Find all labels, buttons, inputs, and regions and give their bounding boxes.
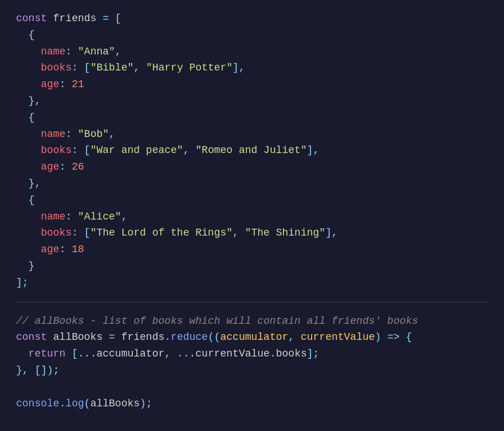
console-keyword: console xyxy=(16,395,60,412)
str-bible: "Bible" xyxy=(90,60,134,76)
prop-name: name xyxy=(41,44,65,60)
str-harry-potter: "Harry Potter" xyxy=(146,60,233,76)
code-line: age: 18 xyxy=(16,241,488,258)
code-line: }, []); xyxy=(16,362,488,379)
code-line: books: ["The Lord of the Rings", "The Sh… xyxy=(16,225,488,241)
code-line: name: "Anna", xyxy=(16,44,488,60)
code-line: ]; xyxy=(16,275,488,291)
code-line: age: 26 xyxy=(16,159,488,175)
str-anna: "Anna" xyxy=(78,44,115,60)
empty-line xyxy=(16,379,488,395)
code-block-friends: const friends = [ { name: "Anna", books:… xyxy=(16,10,488,291)
code-line: return [...accumulator, ...currentValue.… xyxy=(16,346,488,362)
code-line: { xyxy=(16,27,488,44)
code-editor: const friends = [ { name: "Anna", books:… xyxy=(0,0,504,431)
code-line: name: "Alice", xyxy=(16,209,488,225)
section-divider xyxy=(16,301,488,303)
code-line: books: ["Bible", "Harry Potter"], xyxy=(16,60,488,76)
num-26: 26 xyxy=(72,159,84,175)
code-line: { xyxy=(16,192,488,209)
code-line: age: 21 xyxy=(16,76,488,93)
punct-brace: { xyxy=(16,27,34,44)
var-friends: friends xyxy=(53,10,103,27)
code-line: console.log(allBooks); xyxy=(16,395,488,412)
num-18: 18 xyxy=(72,241,84,258)
str-lotr: "The Lord of the Rings" xyxy=(90,225,233,241)
prop-age: age xyxy=(41,76,59,93)
code-line: }, xyxy=(16,93,488,109)
code-line: { xyxy=(16,109,488,126)
indent xyxy=(16,44,41,60)
code-line: const friends = [ xyxy=(16,10,488,27)
code-block-allbooks: // allBooks - list of books which will c… xyxy=(16,313,488,379)
str-bob: "Bob" xyxy=(78,126,109,143)
code-line-comment: // allBooks - list of books which will c… xyxy=(16,313,488,330)
method-reduce: reduce xyxy=(171,329,208,346)
str-war-peace: "War and peace" xyxy=(90,142,183,159)
keyword-const: const xyxy=(16,10,53,27)
comment-allbooks: // allBooks - list of books which will c… xyxy=(16,313,418,330)
punct-assign: = [ xyxy=(103,10,121,27)
code-line: }, xyxy=(16,175,488,192)
num-21: 21 xyxy=(72,76,84,93)
param-accumulator: accumulator xyxy=(220,329,289,346)
param-currentvalue: currentValue xyxy=(301,329,375,346)
str-shining: "The Shining" xyxy=(245,225,325,241)
method-log: log xyxy=(65,395,84,412)
code-line: } xyxy=(16,258,488,275)
str-alice: "Alice" xyxy=(78,209,121,225)
code-line: books: ["War and peace", "Romeo and Juli… xyxy=(16,142,488,159)
code-line: name: "Bob", xyxy=(16,126,488,143)
code-line: const allBooks = friends.reduce((accumul… xyxy=(16,329,488,346)
code-block-consolelog: console.log(allBooks); xyxy=(16,395,488,412)
prop-books: books xyxy=(41,60,72,76)
str-romeo-juliet: "Romeo and Juliet" xyxy=(195,142,306,159)
